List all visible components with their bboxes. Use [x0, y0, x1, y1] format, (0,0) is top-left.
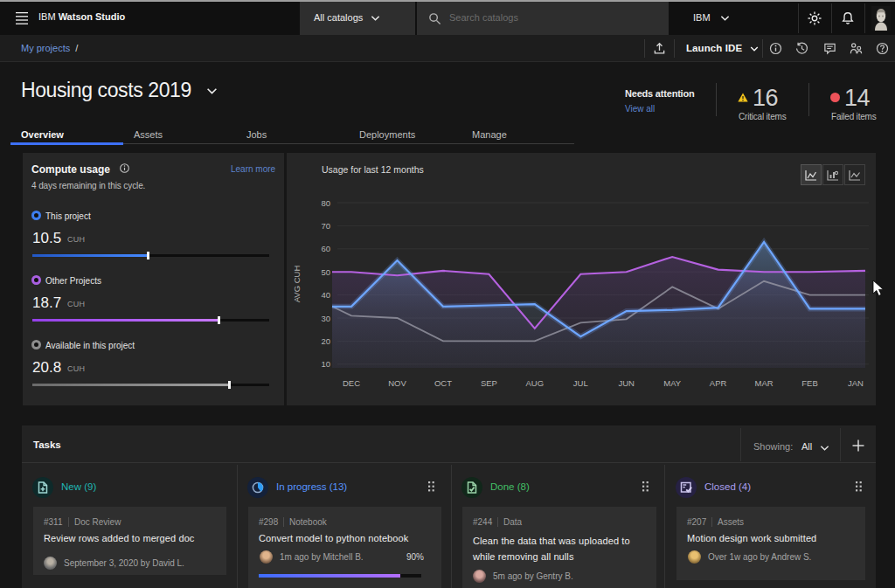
svg-text:AVG CUH: AVG CUH — [292, 266, 302, 303]
svg-text:APR: APR — [710, 378, 727, 388]
svg-text:20: 20 — [321, 336, 330, 346]
svg-text:80: 80 — [321, 198, 330, 208]
svg-text:50: 50 — [321, 267, 330, 277]
svg-text:MAY: MAY — [663, 378, 682, 388]
svg-text:AUG: AUG — [526, 378, 545, 388]
svg-text:SEP: SEP — [481, 378, 497, 388]
svg-text:DEC: DEC — [343, 378, 360, 388]
svg-text:NOV: NOV — [388, 378, 406, 388]
svg-text:40: 40 — [321, 290, 330, 300]
svg-text:OCT: OCT — [434, 378, 452, 388]
svg-text:60: 60 — [321, 244, 330, 253]
svg-text:MAR: MAR — [755, 378, 774, 388]
svg-text:70: 70 — [321, 221, 330, 231]
svg-text:JUN: JUN — [618, 378, 635, 388]
svg-text:10: 10 — [321, 359, 330, 369]
svg-text:30: 30 — [321, 314, 330, 323]
svg-text:JAN: JAN — [848, 378, 864, 388]
svg-text:JUL: JUL — [573, 378, 588, 388]
svg-text:FEB: FEB — [801, 378, 817, 388]
